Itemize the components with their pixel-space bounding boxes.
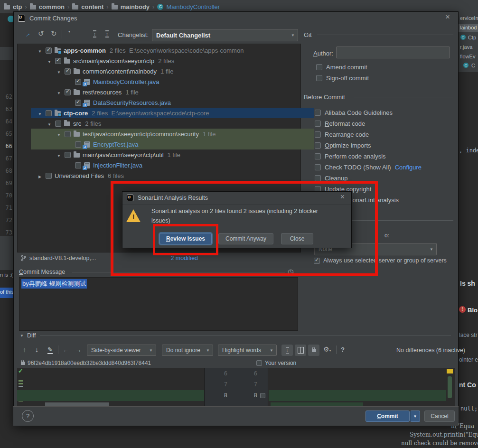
diff-right-line-added[interactable]: import com.seeyon.ctp.util.json.JSONUtil… (269, 390, 446, 401)
close-button[interactable]: Close (281, 233, 313, 244)
folder-icon (112, 5, 118, 9)
changelist-dropdown[interactable]: Default Changelist (152, 29, 298, 41)
bg-line-number: 72 (0, 217, 12, 224)
checkbox[interactable] (316, 75, 322, 81)
diff-right-partial-row (271, 402, 363, 406)
your-version-checkbox[interactable] (256, 360, 262, 366)
edit-source-icon[interactable]: ✎ (47, 346, 53, 354)
scrollbar-thumb[interactable] (448, 376, 452, 398)
checkbox[interactable] (315, 110, 321, 116)
before-commit-option[interactable]: Optimize imports (315, 142, 371, 149)
background-editor-left: 62 63 64 65 66 67 68 69 70 71 72 73 n is… (0, 13, 13, 448)
expand-all-icon[interactable]: ↕ (93, 30, 96, 37)
commit-anyway-button[interactable]: Commit Anyway (218, 233, 273, 244)
signoff-commit-row[interactable]: Sign-off commit (316, 75, 369, 82)
sonarlint-dialog-title: SonarLint Analysis Results (138, 195, 208, 201)
breadcrumb-item-class[interactable]: MainbodyController (166, 3, 220, 10)
checkbox[interactable] (315, 164, 321, 170)
before-commit-option[interactable]: Perform code analysis (315, 153, 386, 160)
diff-settings-gear-icon[interactable]: ⚙▾ (323, 345, 331, 353)
amend-commit-row[interactable]: Amend commit (316, 64, 367, 71)
checkbox[interactable] (315, 175, 321, 181)
chevron-separator-icon: › (25, 3, 27, 10)
bg-list-item[interactable]: Ctp (468, 35, 476, 40)
author-field[interactable] (336, 47, 450, 58)
background-band (0, 47, 13, 60)
breadcrumb-item-content[interactable]: content (81, 3, 103, 10)
sync-scroll-toggle[interactable] (295, 345, 306, 356)
bg-list-item[interactable]: r.java (460, 44, 472, 50)
checkbox[interactable] (315, 131, 321, 138)
always-use-server-row[interactable]: Always use selected server or group of s… (314, 257, 447, 264)
breadcrumb-item-ctp[interactable]: ctp (13, 3, 22, 10)
bg-list-item[interactable]: flowEv (460, 54, 475, 59)
highlight-dropdown[interactable]: Highlight words (218, 345, 277, 356)
bg-list-item-selected[interactable]: lainbod (459, 24, 478, 32)
error-stripe-mark[interactable] (447, 369, 453, 373)
diff-left-partial-row (45, 402, 109, 406)
commit-toolbar: → ↺ ↻ ↕ ↕ Changelist: Default Changelist (13, 27, 303, 43)
breadcrumb-item-mainbody[interactable]: mainbody (121, 3, 150, 10)
next-difference-icon[interactable]: ↓ (35, 346, 38, 354)
viewer-dropdown[interactable]: Side-by-side viewer (87, 345, 156, 356)
review-issues-button[interactable]: Review Issues (159, 233, 212, 244)
checkbox[interactable] (315, 121, 321, 127)
class-icon: C (460, 35, 466, 40)
toolbar-separator (58, 345, 58, 354)
bg-text: ointer e (459, 356, 478, 363)
diff-right-line[interactable]: import com.seeyon.ctp.security.algorithm… (274, 379, 446, 390)
diff-left-line[interactable]: import com.seeyon.ctp.security.algorithm… (28, 379, 204, 390)
before-commit-option[interactable]: Reformat code (315, 120, 365, 127)
before-commit-option[interactable]: Alibaba Code Guidelines (315, 109, 393, 116)
close-icon[interactable]: × (340, 193, 345, 201)
dialog-title-bar[interactable]: IJ Commit Changes × (13, 11, 459, 25)
class-icon: C (157, 4, 163, 10)
prev-difference-icon[interactable]: ↑ (23, 346, 26, 354)
breadcrumb-item-common[interactable]: common (39, 3, 65, 10)
diff-right-line[interactable]: import com.seeyon.ctp.security.EncryptCo… (274, 368, 446, 379)
diff-left-line-added[interactable]: import org.junit.Assert; (17, 390, 204, 401)
bg-list-item[interactable]: erviceIn (460, 15, 478, 21)
checkbox[interactable] (314, 258, 320, 264)
before-commit-option[interactable]: Check TODO (Show All) Configure (315, 164, 422, 171)
refresh-icon[interactable]: ↻ (51, 29, 57, 38)
branch-name[interactable]: standard-V8.1-develop,... (29, 255, 96, 261)
read-only-lock-toggle[interactable] (308, 345, 319, 356)
line-checkbox[interactable] (260, 393, 265, 398)
collapse-all-icon[interactable]: ↕ (105, 30, 109, 37)
checkbox[interactable] (315, 153, 321, 159)
bg-list-item[interactable]: C (471, 63, 475, 68)
chevron-down-icon: ▼ (413, 414, 417, 419)
configure-link[interactable]: Configure (395, 164, 422, 171)
bg-code: null check could be remove (401, 440, 478, 447)
sonarlint-title-bar[interactable]: IJ SonarLint Analysis Results × (122, 192, 351, 205)
checkbox[interactable] (315, 142, 321, 149)
next-change-icon[interactable]: → (75, 346, 82, 354)
lock-icon (21, 362, 25, 365)
bg-code: System.out.println("Equa (410, 431, 478, 438)
bg-text: lace str (459, 332, 478, 338)
rollback-icon[interactable]: ↺ (38, 29, 44, 38)
bg-text: of this (0, 289, 14, 295)
blocker-icon: ! (459, 306, 466, 313)
ignore-dropdown[interactable]: Do not ignore (162, 345, 213, 356)
help-button[interactable]: ? (22, 410, 34, 422)
diff-expander-icon[interactable]: ▼ (20, 334, 24, 338)
branch-row: standard-V8.1-develop,... 2 modified (21, 255, 198, 261)
cancel-button[interactable]: Cancel (424, 411, 455, 422)
before-commit-option[interactable]: Rearrange code (315, 131, 369, 138)
close-icon[interactable]: × (445, 12, 450, 22)
diff-left-line[interactable]: import com.seeyon.ctp.security.EncryptCo… (28, 368, 204, 379)
checkbox[interactable] (316, 64, 322, 70)
diff-help-icon[interactable]: ? (341, 346, 345, 353)
commit-dropdown-arrow[interactable]: ▼ (410, 411, 420, 422)
prev-change-icon[interactable]: ← (63, 346, 69, 354)
background-band (0, 236, 13, 270)
collapse-unchanged-toggle[interactable]: ↕ (281, 345, 293, 356)
commit-message-editor[interactable]: by冉鹏峰 规则检测测试 (19, 277, 298, 331)
modified-files-link[interactable]: 2 modified (170, 255, 198, 261)
history-icon[interactable]: ◷ (288, 268, 293, 275)
commit-button[interactable]: Commit (366, 411, 410, 422)
move-to-changelist-icon[interactable]: → (22, 29, 32, 39)
before-commit-option[interactable]: Cleanup (315, 175, 347, 182)
